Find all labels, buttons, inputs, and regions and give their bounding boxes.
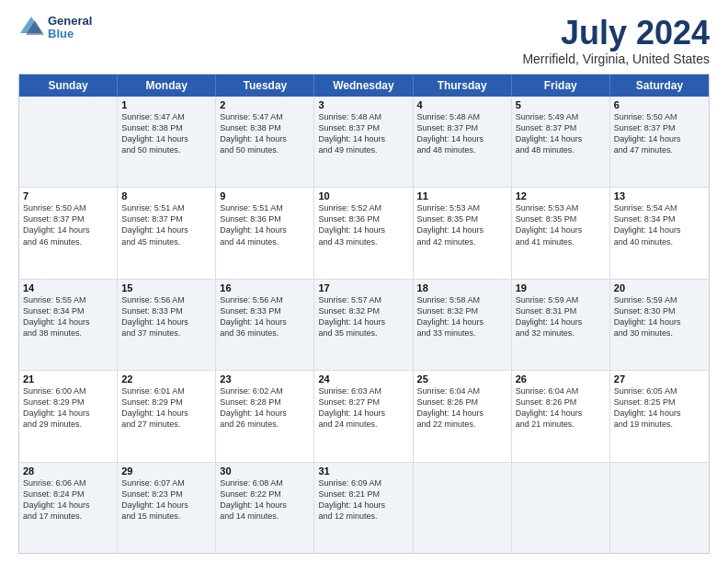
- table-row: 27Sunrise: 6:05 AM Sunset: 8:25 PM Dayli…: [610, 371, 709, 461]
- day-number: 24: [318, 373, 408, 385]
- main-title: July 2024: [522, 15, 710, 52]
- cell-text: Sunrise: 6:02 AM Sunset: 8:28 PM Dayligh…: [220, 385, 310, 431]
- calendar-row-1: 7Sunrise: 5:50 AM Sunset: 8:37 PM Daylig…: [19, 188, 709, 279]
- cell-text: Sunrise: 5:48 AM Sunset: 8:37 PM Dayligh…: [318, 111, 408, 156]
- day-number: 27: [614, 373, 705, 385]
- calendar-row-2: 14Sunrise: 5:55 AM Sunset: 8:34 PM Dayli…: [19, 280, 709, 371]
- table-row: [610, 463, 709, 553]
- cell-text: Sunrise: 5:52 AM Sunset: 8:36 PM Dayligh…: [318, 202, 408, 247]
- day-number: 31: [318, 465, 408, 477]
- table-row: 19Sunrise: 5:59 AM Sunset: 8:31 PM Dayli…: [512, 280, 610, 370]
- day-number: 2: [220, 99, 310, 110]
- cell-text: Sunrise: 6:05 AM Sunset: 8:25 PM Dayligh…: [614, 385, 705, 431]
- cell-text: Sunrise: 5:56 AM Sunset: 8:33 PM Dayligh…: [220, 294, 310, 339]
- table-row: 8Sunrise: 5:51 AM Sunset: 8:37 PM Daylig…: [118, 188, 216, 278]
- table-row: 29Sunrise: 6:07 AM Sunset: 8:23 PM Dayli…: [118, 463, 216, 553]
- table-row: 21Sunrise: 6:00 AM Sunset: 8:29 PM Dayli…: [19, 371, 118, 461]
- cell-text: Sunrise: 5:51 AM Sunset: 8:37 PM Dayligh…: [121, 202, 211, 247]
- day-number: 20: [614, 282, 705, 293]
- day-number: 9: [220, 190, 310, 201]
- day-number: 12: [516, 190, 606, 201]
- table-row: 31Sunrise: 6:09 AM Sunset: 8:21 PM Dayli…: [314, 463, 413, 553]
- day-number: 3: [318, 99, 408, 110]
- table-row: 26Sunrise: 6:04 AM Sunset: 8:26 PM Dayli…: [512, 371, 610, 461]
- cell-text: Sunrise: 5:47 AM Sunset: 8:38 PM Dayligh…: [220, 111, 310, 156]
- cell-text: Sunrise: 5:56 AM Sunset: 8:33 PM Dayligh…: [121, 294, 211, 339]
- cell-text: Sunrise: 5:57 AM Sunset: 8:32 PM Dayligh…: [318, 294, 408, 339]
- cell-text: Sunrise: 5:59 AM Sunset: 8:31 PM Dayligh…: [516, 294, 606, 339]
- table-row: 23Sunrise: 6:02 AM Sunset: 8:28 PM Dayli…: [216, 371, 314, 461]
- cell-text: Sunrise: 5:55 AM Sunset: 8:34 PM Dayligh…: [23, 294, 113, 339]
- cell-text: Sunrise: 5:47 AM Sunset: 8:38 PM Dayligh…: [121, 111, 211, 156]
- table-row: 7Sunrise: 5:50 AM Sunset: 8:37 PM Daylig…: [19, 188, 118, 278]
- table-row: 25Sunrise: 6:04 AM Sunset: 8:26 PM Dayli…: [414, 371, 512, 461]
- header-day-saturday: Saturday: [610, 75, 709, 97]
- cell-text: Sunrise: 5:49 AM Sunset: 8:37 PM Dayligh…: [516, 111, 606, 156]
- day-number: 5: [516, 99, 606, 110]
- day-number: 22: [121, 373, 211, 385]
- header-day-tuesday: Tuesday: [216, 75, 314, 97]
- day-number: 13: [614, 190, 705, 201]
- cell-text: Sunrise: 5:54 AM Sunset: 8:34 PM Dayligh…: [614, 202, 705, 247]
- table-row: 14Sunrise: 5:55 AM Sunset: 8:34 PM Dayli…: [19, 280, 118, 370]
- day-number: 28: [23, 465, 113, 477]
- cell-text: Sunrise: 6:06 AM Sunset: 8:24 PM Dayligh…: [23, 477, 113, 523]
- cell-text: Sunrise: 6:00 AM Sunset: 8:29 PM Dayligh…: [23, 385, 113, 431]
- day-number: 18: [417, 282, 507, 293]
- header-day-thursday: Thursday: [414, 75, 512, 97]
- table-row: 17Sunrise: 5:57 AM Sunset: 8:32 PM Dayli…: [314, 280, 413, 370]
- calendar: SundayMondayTuesdayWednesdayThursdayFrid…: [18, 74, 710, 554]
- table-row: 1Sunrise: 5:47 AM Sunset: 8:38 PM Daylig…: [118, 97, 216, 187]
- cell-text: Sunrise: 5:50 AM Sunset: 8:37 PM Dayligh…: [614, 111, 705, 156]
- day-number: 30: [220, 465, 310, 477]
- cell-text: Sunrise: 5:58 AM Sunset: 8:32 PM Dayligh…: [417, 294, 507, 339]
- day-number: 25: [417, 373, 507, 385]
- table-row: 24Sunrise: 6:03 AM Sunset: 8:27 PM Dayli…: [314, 371, 413, 461]
- cell-text: Sunrise: 5:48 AM Sunset: 8:37 PM Dayligh…: [417, 111, 507, 156]
- table-row: 2Sunrise: 5:47 AM Sunset: 8:38 PM Daylig…: [216, 97, 314, 187]
- day-number: 11: [417, 190, 507, 201]
- table-row: 6Sunrise: 5:50 AM Sunset: 8:37 PM Daylig…: [610, 97, 709, 187]
- cell-text: Sunrise: 6:09 AM Sunset: 8:21 PM Dayligh…: [318, 477, 408, 523]
- day-number: 1: [121, 99, 211, 110]
- header-day-friday: Friday: [512, 75, 610, 97]
- cell-text: Sunrise: 6:03 AM Sunset: 8:27 PM Dayligh…: [318, 385, 408, 431]
- page: General Blue July 2024 Merrifield, Virgi…: [0, 0, 728, 563]
- table-row: [19, 97, 118, 187]
- cell-text: Sunrise: 5:53 AM Sunset: 8:35 PM Dayligh…: [417, 202, 507, 247]
- day-number: 14: [23, 282, 113, 293]
- table-row: 11Sunrise: 5:53 AM Sunset: 8:35 PM Dayli…: [414, 188, 512, 278]
- logo-icon: [18, 15, 44, 40]
- day-number: 8: [121, 190, 211, 201]
- calendar-body: 1Sunrise: 5:47 AM Sunset: 8:38 PM Daylig…: [19, 97, 709, 553]
- table-row: 5Sunrise: 5:49 AM Sunset: 8:37 PM Daylig…: [512, 97, 610, 187]
- day-number: 7: [23, 190, 113, 201]
- table-row: 3Sunrise: 5:48 AM Sunset: 8:37 PM Daylig…: [314, 97, 413, 187]
- calendar-header: SundayMondayTuesdayWednesdayThursdayFrid…: [19, 75, 709, 97]
- calendar-row-3: 21Sunrise: 6:00 AM Sunset: 8:29 PM Dayli…: [19, 371, 709, 462]
- day-number: 16: [220, 282, 310, 293]
- cell-text: Sunrise: 6:04 AM Sunset: 8:26 PM Dayligh…: [417, 385, 507, 431]
- day-number: 17: [318, 282, 408, 293]
- table-row: 18Sunrise: 5:58 AM Sunset: 8:32 PM Dayli…: [414, 280, 512, 370]
- table-row: 28Sunrise: 6:06 AM Sunset: 8:24 PM Dayli…: [19, 463, 118, 553]
- day-number: 6: [614, 99, 705, 110]
- day-number: 29: [121, 465, 211, 477]
- cell-text: Sunrise: 5:53 AM Sunset: 8:35 PM Dayligh…: [516, 202, 606, 247]
- header: General Blue July 2024 Merrifield, Virgi…: [18, 15, 710, 66]
- subtitle: Merrifield, Virginia, United States: [522, 52, 710, 66]
- logo: General Blue: [18, 15, 92, 41]
- cell-text: Sunrise: 6:01 AM Sunset: 8:29 PM Dayligh…: [121, 385, 211, 431]
- header-day-wednesday: Wednesday: [314, 75, 413, 97]
- cell-text: Sunrise: 6:08 AM Sunset: 8:22 PM Dayligh…: [220, 477, 310, 523]
- cell-text: Sunrise: 5:50 AM Sunset: 8:37 PM Dayligh…: [23, 202, 113, 247]
- day-number: 10: [318, 190, 408, 201]
- day-number: 15: [121, 282, 211, 293]
- day-number: 21: [23, 373, 113, 385]
- cell-text: Sunrise: 6:04 AM Sunset: 8:26 PM Dayligh…: [516, 385, 606, 431]
- table-row: 16Sunrise: 5:56 AM Sunset: 8:33 PM Dayli…: [216, 280, 314, 370]
- header-day-sunday: Sunday: [19, 75, 118, 97]
- table-row: 12Sunrise: 5:53 AM Sunset: 8:35 PM Dayli…: [512, 188, 610, 278]
- logo-line1: General: [48, 15, 92, 28]
- logo-text: General Blue: [48, 15, 92, 41]
